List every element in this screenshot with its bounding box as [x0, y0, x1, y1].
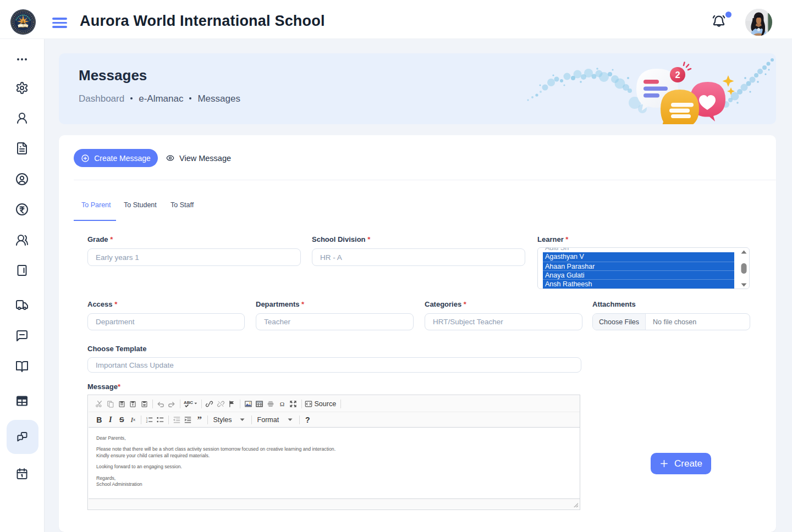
svg-text:1: 1 — [146, 416, 147, 419]
svg-text:2: 2 — [146, 420, 147, 423]
svg-text:Ω: Ω — [280, 400, 284, 407]
svg-text:ABC: ABC — [184, 400, 193, 405]
svg-text:2: 2 — [675, 70, 680, 80]
